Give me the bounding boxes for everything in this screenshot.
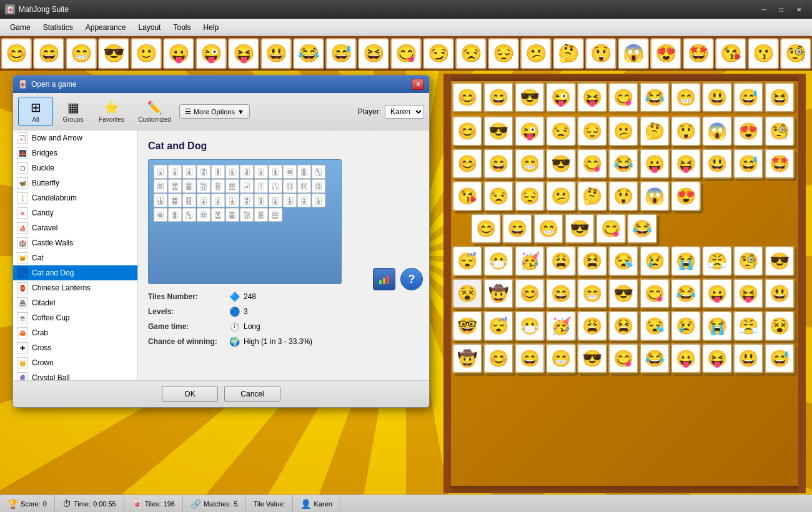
board-tile[interactable]: 😅 (733, 149, 763, 179)
board-tile[interactable]: 😃 (702, 149, 732, 179)
menu-appearance[interactable]: Appearance (79, 21, 132, 34)
menu-statistics[interactable]: Statistics (37, 21, 79, 34)
board-tile[interactable]: 😎 (577, 343, 607, 373)
more-options-button[interactable]: ☰ More Options ▼ (179, 104, 250, 119)
board-tile[interactable]: 😎 (608, 278, 638, 308)
maximize-button[interactable]: □ (773, 3, 790, 16)
board-tile[interactable]: 😪 (608, 246, 638, 276)
board-tile[interactable]: 😛 (671, 343, 701, 373)
board-tile[interactable]: 😅 (733, 82, 763, 112)
all-button[interactable]: ⊞ All (18, 97, 53, 126)
close-button[interactable]: ✕ (791, 3, 807, 16)
board-tile[interactable]: 😊 (483, 343, 513, 373)
list-item-crystal-ball[interactable]: 🔮 Crystal Ball (13, 370, 137, 380)
board-tile[interactable]: 😄 (483, 82, 513, 112)
board-tile[interactable]: 😱 (640, 181, 670, 211)
list-item-crown[interactable]: 👑 Crown (13, 355, 137, 370)
board-tile[interactable]: 😋 (640, 278, 670, 308)
list-item-buckle[interactable]: ⬡ Buckle (13, 160, 137, 175)
board-tile[interactable]: 😁 (546, 343, 576, 373)
list-item-cross[interactable]: ✚ Cross (13, 340, 137, 355)
board-tile[interactable]: 😆 (765, 82, 795, 112)
board-tile[interactable]: 😎 (765, 246, 795, 276)
board-tile[interactable]: 😕 (608, 116, 638, 146)
board-tile[interactable]: 😝 (671, 149, 701, 179)
board-tile[interactable]: 😁 (515, 149, 545, 179)
board-tile[interactable]: 😂 (608, 149, 638, 179)
board-tile[interactable]: 🤠 (483, 278, 513, 308)
ok-button[interactable]: OK (162, 386, 218, 402)
chart-button[interactable] (373, 268, 395, 290)
list-item-chinese-lanterns[interactable]: 🏮 Chinese Lanterns (13, 280, 137, 295)
board-tile[interactable]: 😷 (483, 246, 513, 276)
board-tile[interactable]: 🧐 (765, 116, 795, 146)
board-tile[interactable]: 😃 (765, 278, 795, 308)
board-tile[interactable]: 🤠 (452, 343, 482, 373)
board-tile[interactable]: 😷 (515, 311, 545, 341)
board-tile[interactable]: 🤔 (640, 116, 670, 146)
board-tile[interactable]: 😂 (627, 214, 657, 244)
board-tile[interactable]: 🥳 (546, 311, 576, 341)
board-tile[interactable]: 😝 (733, 278, 763, 308)
board-tile[interactable]: 😲 (608, 181, 638, 211)
minimize-button[interactable]: ─ (756, 3, 772, 16)
board-tile[interactable]: 😄 (502, 214, 532, 244)
board-tile[interactable]: 😴 (483, 311, 513, 341)
board-tile[interactable]: 😄 (515, 343, 545, 373)
player-dropdown[interactable]: Karen (385, 105, 424, 119)
board-tile[interactable]: 😫 (608, 311, 638, 341)
board-tile[interactable]: 😂 (671, 278, 701, 308)
menu-layout[interactable]: Layout (132, 21, 167, 34)
board-tile[interactable]: 😘 (452, 181, 482, 211)
customized-button[interactable]: ✏️ Customized (132, 97, 177, 126)
board-tile[interactable]: 😢 (671, 311, 701, 341)
board-tile[interactable]: 😩 (577, 311, 607, 341)
board-tile[interactable]: 😎 (565, 214, 595, 244)
board-tile[interactable]: 🤩 (765, 149, 795, 179)
list-item-coffee-cup[interactable]: ☕ Coffee Cup (13, 310, 137, 325)
board-tile[interactable]: 😕 (546, 181, 576, 211)
board-tile[interactable]: 😃 (733, 343, 763, 373)
list-item-butterfly[interactable]: 🦋 Butterfly (13, 175, 137, 190)
player-select[interactable]: Karen (385, 106, 423, 118)
board-tile[interactable]: 😪 (640, 311, 670, 341)
board-tile[interactable]: 😁 (671, 82, 701, 112)
board-tile[interactable]: 😒 (546, 116, 576, 146)
list-item-bow-and-arrow[interactable]: 🏹 Bow and Arrow (13, 130, 137, 145)
favorites-button[interactable]: ⭐ Favorites (93, 97, 130, 126)
board-tile[interactable]: 🥳 (515, 246, 545, 276)
list-item-cat[interactable]: 🐱 Cat (13, 250, 137, 265)
menu-help[interactable]: Help (197, 21, 225, 34)
board-tile[interactable]: 😵 (452, 278, 482, 308)
board-tile[interactable]: 😝 (577, 82, 607, 112)
board-tile[interactable]: 😃 (702, 82, 732, 112)
board-tile[interactable]: 😊 (471, 214, 501, 244)
board-tile[interactable]: 😭 (671, 246, 701, 276)
groups-button[interactable]: ▦ Groups (56, 97, 91, 126)
board-tile[interactable]: 😋 (577, 149, 607, 179)
board-tile[interactable]: 😫 (577, 246, 607, 276)
menu-game[interactable]: Game (4, 21, 37, 34)
board-tile[interactable]: 😄 (546, 278, 576, 308)
board-tile[interactable]: 😤 (702, 246, 732, 276)
board-tile[interactable]: 😜 (515, 116, 545, 146)
board-tile[interactable]: 😢 (640, 246, 670, 276)
board-tile[interactable]: 😲 (671, 116, 701, 146)
board-tile[interactable]: 😱 (702, 116, 732, 146)
cancel-button[interactable]: Cancel (224, 386, 280, 402)
board-tile[interactable]: 😂 (640, 343, 670, 373)
board-tile[interactable]: 😝 (702, 343, 732, 373)
list-item-cat-and-dog[interactable]: 🐾 Cat and Dog (13, 265, 137, 280)
dialog-close-button[interactable]: ✕ (412, 79, 424, 90)
board-tile[interactable]: 😁 (577, 278, 607, 308)
board-tile[interactable]: 😔 (577, 116, 607, 146)
board-tile[interactable]: 😵 (765, 311, 795, 341)
list-item-candy[interactable]: 🍬 Candy (13, 205, 137, 220)
board-tile[interactable]: 😊 (452, 82, 482, 112)
board-tile[interactable]: 😄 (483, 149, 513, 179)
board-tile[interactable]: 😊 (515, 278, 545, 308)
board-tile[interactable]: 😁 (533, 214, 563, 244)
board-tile[interactable]: 😴 (452, 246, 482, 276)
board-tile[interactable]: 😛 (702, 278, 732, 308)
list-item-bridges[interactable]: 🌉 Bridges (13, 145, 137, 160)
